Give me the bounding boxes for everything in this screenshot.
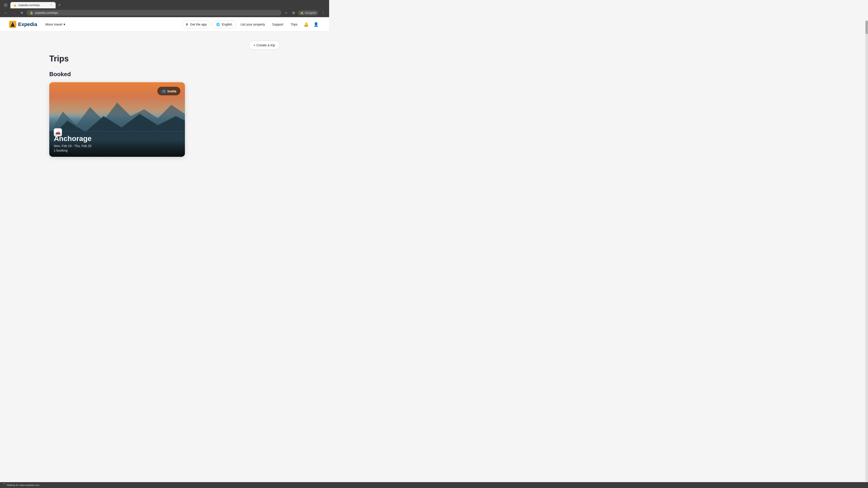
svg-marker-0 — [13, 4, 16, 6]
user-account-button[interactable]: 👤 — [312, 20, 320, 29]
url-input[interactable] — [35, 11, 278, 14]
incognito-icon: 🕵 — [300, 11, 304, 14]
more-travel-button[interactable]: More travel ▾ — [42, 21, 68, 28]
website: Expedia More travel ▾ ⬇ Get the app 🌐 En… — [0, 17, 329, 166]
nav-right: ⬇ Get the app 🌐 English List your proper… — [182, 20, 320, 29]
logo-text: Expedia — [18, 22, 37, 27]
main-content: + Create a trip Trips Booked — [40, 32, 289, 166]
tab-group-chevron: ▾ — [5, 4, 6, 6]
tab-bar: ▾ expedia.com/trips × + — [0, 0, 329, 8]
get-app-label: Get the app — [190, 23, 207, 26]
more-travel-label: More travel — [45, 22, 62, 26]
globe-icon: 🌐 — [216, 23, 220, 26]
menu-button[interactable]: ⋮ — [320, 10, 327, 16]
booked-section-heading: Booked — [49, 71, 280, 78]
lock-icon: 🔒 — [30, 11, 33, 14]
bell-icon: 🔔 — [304, 22, 309, 27]
back-button[interactable]: ← — [3, 10, 9, 16]
list-property-button[interactable]: List your property — [238, 21, 268, 28]
browser-chrome: ▾ expedia.com/trips × + ← → ✕ 🔒 ☆ ⧉ � — [0, 0, 329, 17]
browser-toolbar: ← → ✕ 🔒 ☆ ⧉ 🕵 Incognito ⋮ — [0, 8, 329, 17]
page-title: Trips — [49, 54, 280, 64]
tab-close-button[interactable]: × — [49, 3, 53, 7]
active-tab[interactable]: expedia.com/trips × — [10, 2, 56, 8]
tab-controls: ▾ — [2, 2, 9, 8]
incognito-label: Incognito — [305, 11, 316, 14]
invite-button[interactable]: 👥 Invite — [157, 87, 180, 95]
tab-group-button[interactable]: ▾ — [4, 3, 8, 7]
more-travel-chevron-icon: ▾ — [64, 22, 65, 26]
tab-favicon — [13, 3, 17, 7]
invite-icon: 👥 — [161, 89, 166, 93]
address-bar[interactable]: 🔒 — [26, 10, 281, 15]
tab-title: expedia.com/trips — [19, 4, 48, 7]
trip-bookings: 1 booking — [54, 149, 180, 152]
language-button[interactable]: 🌐 English — [212, 21, 236, 28]
site-navigation: Expedia More travel ▾ ⬇ Get the app 🌐 En… — [0, 17, 329, 32]
user-icon: 👤 — [313, 22, 318, 27]
invite-label: Invite — [167, 89, 176, 93]
incognito-badge: 🕵 Incognito — [298, 10, 318, 15]
create-trip-bar: + Create a trip — [49, 41, 280, 50]
toolbar-actions: ☆ ⧉ 🕵 Incognito ⋮ — [283, 10, 327, 16]
expedia-logo-icon — [9, 21, 16, 28]
create-trip-button[interactable]: + Create a trip — [249, 41, 280, 50]
forward-button[interactable]: → — [11, 10, 17, 16]
notifications-button[interactable]: 🔔 — [302, 20, 310, 29]
bookmark-button[interactable]: ☆ — [283, 10, 289, 16]
support-button[interactable]: Support — [270, 21, 286, 28]
split-view-button[interactable]: ⧉ — [291, 10, 296, 16]
new-tab-button[interactable]: + — [57, 2, 63, 8]
trip-card[interactable]: 👥 Invite 🚗 Anchorage Mon, Feb 19 - Thu, … — [49, 82, 185, 157]
get-app-button[interactable]: ⬇ Get the app — [182, 21, 211, 28]
download-icon: ⬇ — [186, 23, 188, 26]
trip-city: Anchorage — [54, 134, 180, 143]
trip-card-info: Anchorage Mon, Feb 19 - Thu, Feb 29 1 bo… — [49, 131, 185, 157]
trips-nav-button[interactable]: Trips — [288, 21, 300, 28]
trip-card-image: 👥 Invite 🚗 Anchorage Mon, Feb 19 - Thu, … — [49, 82, 185, 157]
language-label: English — [222, 23, 232, 26]
logo[interactable]: Expedia — [9, 21, 37, 28]
stop-button[interactable]: ✕ — [19, 10, 25, 16]
trip-dates: Mon, Feb 19 - Thu, Feb 29 — [54, 144, 180, 148]
